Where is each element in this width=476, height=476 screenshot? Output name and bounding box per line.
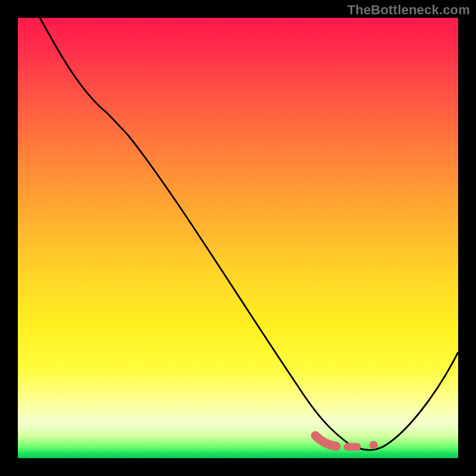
chart-svg: [18, 18, 458, 458]
watermark-text: TheBottleneck.com: [347, 2, 470, 18]
outer-frame: TheBottleneck.com: [0, 0, 476, 476]
plot-area: [18, 18, 458, 458]
marker-dot-c: [369, 441, 378, 449]
marker-segment-a: [315, 436, 336, 446]
bottleneck-curve: [40, 18, 458, 450]
